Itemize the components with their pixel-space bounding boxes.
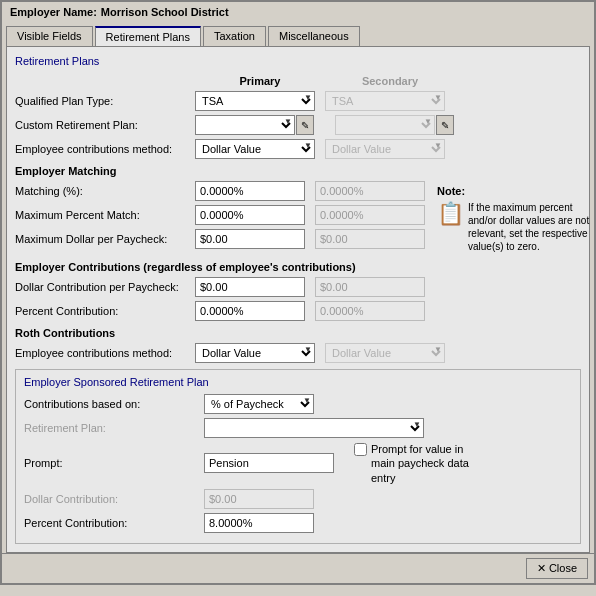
qualified-plan-row: Qualified Plan Type: TSA TSA	[15, 91, 581, 111]
matching-label: Matching (%):	[15, 185, 195, 197]
custom-retirement-primary-select[interactable]	[195, 115, 295, 135]
dollar-contrib-primary-input[interactable]	[195, 277, 305, 297]
tab-taxation[interactable]: Taxation	[203, 26, 266, 46]
note-text: If the maximum percent and/or dollar val…	[468, 201, 596, 253]
roth-employee-contrib-primary-select[interactable]: Dollar Value	[195, 343, 315, 363]
max-percent-primary-input[interactable]	[195, 205, 305, 225]
main-window: Employer Name: Morrison School District …	[0, 0, 596, 585]
max-dollar-secondary-input	[315, 229, 425, 249]
employer-sponsored-title: Employer Sponsored Retirement Plan	[24, 376, 572, 388]
custom-retirement-row: Custom Retirement Plan: ✎ ✎	[15, 115, 581, 135]
tab-retirement-plans[interactable]: Retirement Plans	[95, 26, 201, 46]
employer-matching-heading: Employer Matching	[15, 165, 581, 177]
prompt-row: Prompt: Prompt for value in main paychec…	[24, 442, 572, 485]
percent-contribution-row: Percent Contribution:	[24, 513, 572, 533]
retirement-plan-select[interactable]	[204, 418, 424, 438]
roth-employee-contrib-row: Employee contributions method: Dollar Va…	[15, 343, 581, 363]
roth-heading: Roth Contributions	[15, 327, 581, 339]
prompt-checkbox-area: Prompt for value in main paycheck data e…	[354, 442, 481, 485]
close-button[interactable]: ✕ Close	[526, 558, 588, 579]
close-label: Close	[549, 562, 577, 574]
matching-rows-with-note: Matching (%): Maximum Percent Match: Max…	[15, 181, 581, 255]
employee-contrib-label: Employee contributions method:	[15, 143, 195, 155]
contributions-based-row: Contributions based on: % of Paycheck	[24, 394, 572, 414]
dollar-contribution-row: Dollar Contribution:	[24, 489, 572, 509]
retirement-plan-label: Retirement Plan:	[24, 422, 204, 434]
employer-sponsored-section: Employer Sponsored Retirement Plan Contr…	[15, 369, 581, 544]
max-percent-secondary-input	[315, 205, 425, 225]
custom-retirement-secondary-select[interactable]	[335, 115, 435, 135]
roth-employee-contrib-label: Employee contributions method:	[15, 347, 195, 359]
qualified-plan-primary-wrapper: TSA	[195, 91, 315, 111]
dollar-contribution-label: Dollar Contribution:	[24, 493, 204, 505]
prompt-checkbox-label: Prompt for value in main paycheck data e…	[371, 442, 481, 485]
contributions-based-wrapper: % of Paycheck	[204, 394, 314, 414]
employee-contrib-row: Employee contributions method: Dollar Va…	[15, 139, 581, 159]
percent-contrib-secondary-input	[315, 301, 425, 321]
qualified-plan-secondary-select[interactable]: TSA	[325, 91, 445, 111]
tab-bar: Visible Fields Retirement Plans Taxation…	[2, 22, 594, 46]
secondary-col-header: Secondary	[325, 75, 455, 87]
employee-contrib-primary-wrapper: Dollar Value	[195, 139, 315, 159]
prompt-label: Prompt:	[24, 457, 204, 469]
matching-rows-left: Matching (%): Maximum Percent Match: Max…	[15, 181, 425, 253]
max-dollar-row: Maximum Dollar per Paycheck:	[15, 229, 425, 249]
retirement-plan-wrapper	[204, 418, 424, 438]
employee-contrib-secondary-select[interactable]: Dollar Value	[325, 139, 445, 159]
employer-name-value: Morrison School District	[101, 6, 229, 18]
roth-employee-contrib-secondary-wrapper: Dollar Value	[325, 343, 445, 363]
primary-col-header: Primary	[195, 75, 325, 87]
qualified-plan-label: Qualified Plan Type:	[15, 95, 195, 107]
custom-retirement-primary-wrapper: ✎	[195, 115, 325, 135]
contributions-based-label: Contributions based on:	[24, 398, 204, 410]
tab-visible-fields[interactable]: Visible Fields	[6, 26, 93, 46]
custom-retirement-primary-select-wrapper	[195, 115, 295, 135]
prompt-checkbox[interactable]	[354, 443, 367, 456]
contributions-based-select[interactable]: % of Paycheck	[204, 394, 314, 414]
max-percent-row: Maximum Percent Match:	[15, 205, 425, 225]
custom-retirement-label: Custom Retirement Plan:	[15, 119, 195, 131]
col-headers: Primary Secondary	[195, 75, 581, 87]
max-dollar-primary-input[interactable]	[195, 229, 305, 249]
dollar-contribution-input	[204, 489, 314, 509]
note-label: Note:	[437, 185, 465, 197]
percent-contrib-row: Percent Contribution:	[15, 301, 581, 321]
roth-employee-contrib-primary-wrapper: Dollar Value	[195, 343, 315, 363]
percent-contrib-label: Percent Contribution:	[15, 305, 195, 317]
employer-contributions-heading: Employer Contributions (regardless of em…	[15, 261, 581, 273]
retirement-plan-row: Retirement Plan:	[24, 418, 572, 438]
qualified-plan-primary-select[interactable]: TSA	[195, 91, 315, 111]
employee-contrib-secondary-wrapper: Dollar Value	[325, 139, 445, 159]
close-icon: ✕	[537, 562, 546, 575]
tab-miscellaneous[interactable]: Miscellaneous	[268, 26, 360, 46]
employer-name-label: Employer Name:	[10, 6, 97, 18]
max-dollar-label: Maximum Dollar per Paycheck:	[15, 233, 195, 245]
matching-row: Matching (%):	[15, 181, 425, 201]
employee-contrib-primary-select[interactable]: Dollar Value	[195, 139, 315, 159]
note-box: Note:📋If the maximum percent and/or doll…	[435, 183, 596, 255]
prompt-input[interactable]	[204, 453, 334, 473]
section-title: Retirement Plans	[15, 55, 581, 67]
matching-primary-input[interactable]	[195, 181, 305, 201]
max-percent-label: Maximum Percent Match:	[15, 209, 195, 221]
roth-employee-contrib-secondary-select[interactable]: Dollar Value	[325, 343, 445, 363]
note-icon: 📋	[437, 201, 464, 227]
title-bar: Employer Name: Morrison School District	[2, 2, 594, 22]
footer: ✕ Close	[2, 553, 594, 583]
dollar-contrib-label: Dollar Contribution per Paycheck:	[15, 281, 195, 293]
custom-retirement-secondary-select-wrapper	[335, 115, 435, 135]
percent-contribution-label: Percent Contribution:	[24, 517, 204, 529]
percent-contribution-input[interactable]	[204, 513, 314, 533]
dollar-contrib-row: Dollar Contribution per Paycheck:	[15, 277, 581, 297]
matching-secondary-input	[315, 181, 425, 201]
percent-contrib-primary-input[interactable]	[195, 301, 305, 321]
custom-retirement-secondary-edit-btn[interactable]: ✎	[436, 115, 454, 135]
custom-retirement-secondary-wrapper: ✎	[335, 115, 465, 135]
qualified-plan-secondary-wrapper: TSA	[325, 91, 445, 111]
main-content: Retirement Plans Primary Secondary Quali…	[6, 46, 590, 553]
dollar-contrib-secondary-input	[315, 277, 425, 297]
custom-retirement-primary-edit-btn[interactable]: ✎	[296, 115, 314, 135]
